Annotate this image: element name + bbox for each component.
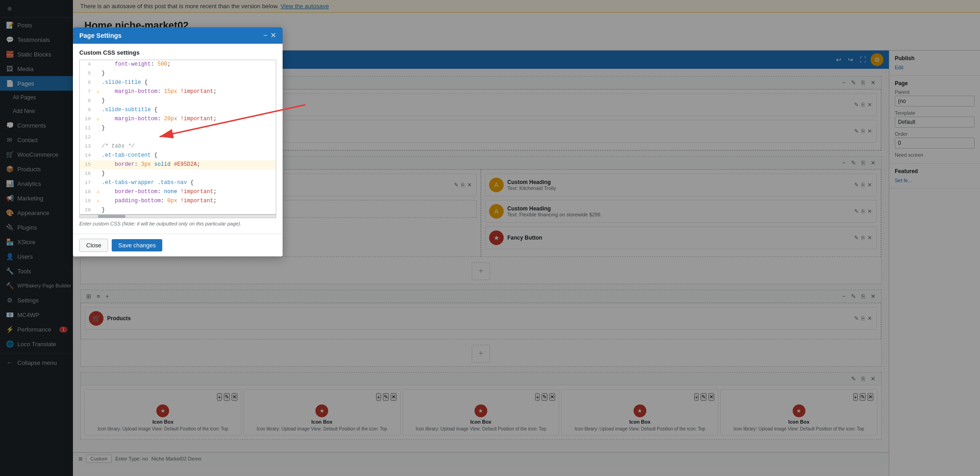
code-line-10: 10 ⚠ margin-bottom: 20px !important; (80, 115, 276, 124)
code-line-16: 16 } (80, 169, 276, 179)
modal-overlay: Page Settings − ✕ Custom CSS settings 4 … (0, 0, 980, 476)
code-line-18: 18 ⚠ border-bottom: none !important; (80, 188, 276, 197)
modal-close-button[interactable]: ✕ (270, 32, 276, 39)
code-line-15: 15 border: 3px solid #E95D2A; (80, 160, 276, 169)
code-line-19: 19 ⚠ padding-bottom: 0px !important; (80, 197, 276, 206)
code-editor[interactable]: 4 font-weight: 500; 5 } 6 .slide-title {… (79, 60, 276, 215)
modal-section-title: Custom CSS settings (79, 49, 276, 56)
code-line-14: 14 .et-tab-content { (80, 151, 276, 160)
code-line-6: 6 .slide-title { (80, 78, 276, 87)
modal-header-buttons: − ✕ (263, 32, 276, 39)
code-line-5: 5 } (80, 69, 276, 78)
code-line-17: 17 .et-tabs-wrapper .tabs-nav { (80, 179, 276, 188)
modal-body: Custom CSS settings 4 font-weight: 500; … (73, 44, 283, 234)
code-line-11: 11 } (80, 124, 276, 133)
modal-save-btn[interactable]: Save changes (112, 239, 162, 251)
modal-minimize-button[interactable]: − (263, 32, 268, 39)
page-settings-modal: Page Settings − ✕ Custom CSS settings 4 … (73, 27, 283, 256)
code-line-4: 4 font-weight: 500; (80, 60, 276, 69)
code-line-12: 12 (80, 133, 276, 142)
code-line-9: 9 .slide-subtitle { (80, 106, 276, 115)
modal-header: Page Settings − ✕ (73, 27, 283, 44)
code-line-8: 8 } (80, 97, 276, 106)
code-line-13: 13 /* tabs */ (80, 142, 276, 151)
code-line-7: 7 ⚠ margin-bottom: 15px !important; (80, 87, 276, 97)
modal-hint: Enter custom CSS (Note: it will be outpu… (79, 218, 276, 228)
code-line-20: 20 } (80, 206, 276, 215)
modal-footer: Close Save changes (73, 234, 283, 256)
modal-title: Page Settings (79, 32, 122, 39)
modal-close-btn[interactable]: Close (79, 239, 108, 252)
